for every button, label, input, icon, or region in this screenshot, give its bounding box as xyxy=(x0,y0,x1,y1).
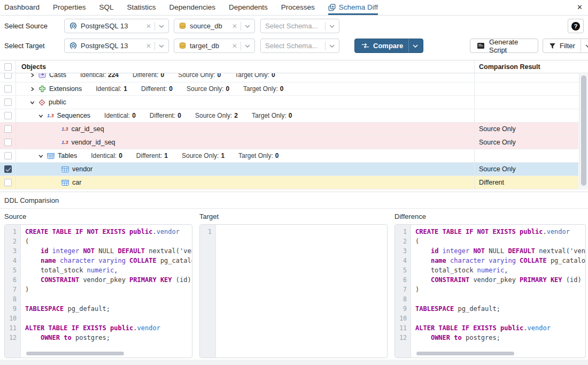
collapse-chevron-icon[interactable] xyxy=(37,113,44,118)
row-label: Tables xyxy=(58,152,77,159)
tab-dependents[interactable]: Dependents xyxy=(229,0,268,15)
row-label: car xyxy=(72,179,81,186)
sql-code-area[interactable] xyxy=(216,225,387,358)
target-database-select[interactable]: target_db ✕ xyxy=(174,39,255,53)
collapse-chevron-icon[interactable] xyxy=(29,100,35,105)
grid-row-Sequences[interactable]: 1.3SequencesIdentical:0Different:0Source… xyxy=(0,109,588,123)
clear-icon[interactable]: ✕ xyxy=(230,22,241,30)
tab-schema-diff[interactable]: Schema Diff xyxy=(328,0,378,15)
filter-button[interactable]: Filter xyxy=(543,39,588,53)
sql-code-line: ) xyxy=(415,286,585,295)
row-checkbox[interactable] xyxy=(4,152,12,159)
tab-dependencies[interactable]: Dependencies xyxy=(169,0,215,15)
grid-row-public[interactable]: public xyxy=(0,96,588,109)
tab-label: Dependencies xyxy=(169,3,215,11)
generate-script-button[interactable]: Generate Script xyxy=(470,39,538,53)
row-checkbox[interactable] xyxy=(4,85,12,93)
target-server-value: PostgreSQL 13 xyxy=(81,42,144,50)
sql-code-line: CONSTRAINT vendor_pkey PRIMARY KEY (id) xyxy=(25,276,192,286)
count-sourceonly: Source Only:0 xyxy=(178,73,221,79)
clear-icon[interactable]: ✕ xyxy=(144,22,154,30)
footer-strip xyxy=(0,360,588,365)
scrollbar-thumb[interactable] xyxy=(581,75,586,186)
close-icon[interactable]: ✕ xyxy=(577,4,583,11)
chevron-down-icon[interactable] xyxy=(326,25,336,28)
count-identical: Identical:1 xyxy=(96,85,127,93)
ddl-panel-difference: 123456789101112CREATE TABLE IF NOT EXIST… xyxy=(394,224,586,358)
source-schema-select[interactable]: Select Schema... xyxy=(260,19,339,33)
chevron-down-icon[interactable] xyxy=(408,39,423,52)
row-checkbox[interactable] xyxy=(4,179,12,186)
collapse-chevron-icon[interactable] xyxy=(37,154,44,158)
chevron-down-icon[interactable] xyxy=(241,25,251,28)
tab-label: Statistics xyxy=(127,3,156,11)
tab-sql[interactable]: SQL xyxy=(99,0,114,15)
sql-code-line: total_stock numeric, xyxy=(415,267,585,276)
expand-chevron-icon[interactable] xyxy=(29,87,35,92)
sql-code-line: name character varying COLLATE pg_catalo… xyxy=(25,257,192,267)
source-server-select[interactable]: PostgreSQL 13 ✕ xyxy=(64,19,169,33)
schema-icon xyxy=(38,99,45,106)
sequence-icon: 1.3 xyxy=(47,113,54,118)
grid-row-Tables[interactable]: TablesIdentical:0Different:1Source Only:… xyxy=(0,149,588,163)
sql-code-line: TABLESPACE pg_default; xyxy=(415,305,585,315)
chevron-down-icon[interactable] xyxy=(581,39,588,52)
sql-code-line xyxy=(220,228,387,238)
grid-vertical-scrollbar[interactable] xyxy=(579,74,588,189)
generate-script-label: Generate Script xyxy=(489,38,531,54)
expand-chevron-icon[interactable] xyxy=(29,73,35,78)
row-checkbox[interactable] xyxy=(4,125,12,133)
source-database-value: source_db xyxy=(190,22,230,30)
objects-column-header: Objects xyxy=(21,63,46,71)
target-schema-placeholder: Select Schema... xyxy=(265,42,325,50)
question-icon: ? xyxy=(571,22,580,31)
tab-label: Schema Diff xyxy=(339,3,378,11)
target-schema-select[interactable]: Select Schema... xyxy=(260,39,339,53)
sql-code-line: TABLESPACE pg_default; xyxy=(25,305,192,315)
tab-statistics[interactable]: Statistics xyxy=(127,0,156,15)
count-different: Different:1 xyxy=(136,152,168,159)
row-label: Casts xyxy=(49,73,66,79)
source-database-select[interactable]: source_db ✕ xyxy=(174,19,255,33)
row-checkbox[interactable] xyxy=(4,139,12,146)
row-checkbox[interactable] xyxy=(4,98,12,106)
grid-row-Casts[interactable]: CastsIdentical:224Different:0Source Only… xyxy=(0,73,588,82)
tab-properties[interactable]: Properties xyxy=(53,0,86,15)
grid-row-car_id_seq[interactable]: 1.3car_id_seqSource Only xyxy=(0,123,588,136)
chevron-down-icon[interactable] xyxy=(155,25,165,28)
count-targetonly: Target Only:0 xyxy=(238,152,278,159)
target-server-select[interactable]: PostgreSQL 13 ✕ xyxy=(64,39,169,53)
horizontal-scrollbar-thumb[interactable] xyxy=(416,352,514,355)
tab-dashboard[interactable]: Dashboard xyxy=(4,0,40,15)
sql-code-area[interactable]: CREATE TABLE IF NOT EXISTS public.vendor… xyxy=(21,225,192,358)
select-all-checkbox[interactable] xyxy=(4,63,12,71)
database-icon xyxy=(179,22,187,30)
chevron-down-icon[interactable] xyxy=(155,44,165,48)
row-checkbox[interactable] xyxy=(4,112,12,119)
target-database-value: target_db xyxy=(190,42,230,50)
chevron-down-icon[interactable] xyxy=(326,44,336,48)
row-checkbox[interactable] xyxy=(4,73,12,79)
count-sourceonly: Source Only:2 xyxy=(195,112,238,119)
grid-row-vendor_id_seq[interactable]: 1.3vendor_id_seqSource Only xyxy=(0,136,588,149)
tab-label: Dependents xyxy=(229,3,268,11)
clear-icon[interactable]: ✕ xyxy=(230,42,241,50)
help-button[interactable]: ? xyxy=(568,19,584,33)
compare-button[interactable]: Compare xyxy=(354,39,423,53)
filter-label: Filter xyxy=(560,42,575,50)
grid-row-Extensions[interactable]: ExtensionsIdentical:1Different:0Source O… xyxy=(0,82,588,96)
tab-label: SQL xyxy=(99,3,114,11)
comparison-grid: Objects Comparison Result CastsIdentical… xyxy=(0,60,588,190)
horizontal-scrollbar-thumb[interactable] xyxy=(26,352,124,355)
grid-row-car[interactable]: carDifferent xyxy=(0,176,588,189)
tab-processes[interactable]: Processes xyxy=(281,0,315,15)
count-identical: Identical:224 xyxy=(80,73,119,79)
count-targetonly: Target Only:0 xyxy=(243,85,283,93)
grid-row-vendor[interactable]: vendorSource Only xyxy=(0,163,588,176)
row-checkbox[interactable] xyxy=(4,165,12,173)
sql-code-area[interactable]: CREATE TABLE IF NOT EXISTS public.vendor… xyxy=(411,225,585,358)
casts-icon xyxy=(38,73,46,79)
compare-icon xyxy=(361,43,369,49)
chevron-down-icon[interactable] xyxy=(241,44,251,48)
clear-icon[interactable]: ✕ xyxy=(144,42,154,50)
